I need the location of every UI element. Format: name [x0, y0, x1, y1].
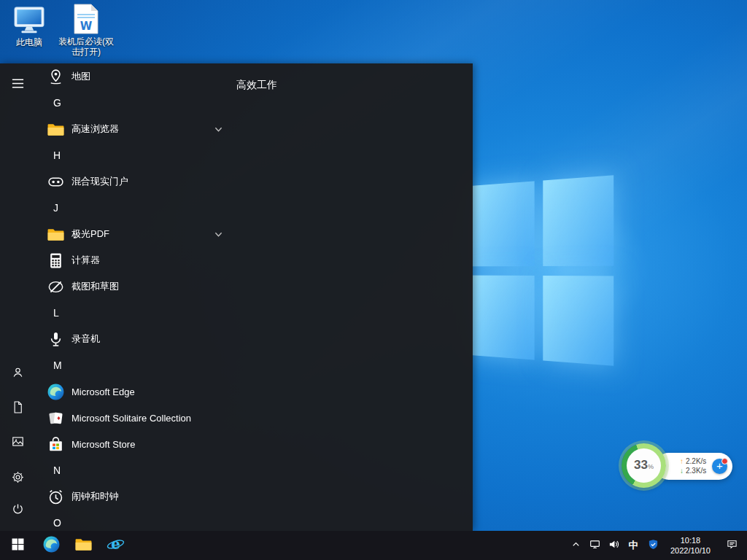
upload-speed-value: 2.2K/s	[686, 457, 706, 466]
app-section-header-N[interactable]: N	[35, 457, 231, 483]
speaker-icon	[608, 539, 619, 553]
pictures-icon	[11, 435, 25, 451]
windows-logo-pane	[471, 181, 534, 265]
start-pictures-button[interactable]	[0, 425, 35, 460]
start-app-microsoft-store[interactable]: Microsoft Store	[35, 431, 231, 457]
store-icon	[47, 435, 65, 454]
start-menu: 地图G高速浏览器H混合现实门户J极光PDF计算器截图和草图L录音机MMicros…	[0, 63, 473, 531]
taskbar: e 中 10:18 2022/10/10	[0, 531, 747, 560]
start-app-gaosu-browser[interactable]: 高速浏览器	[35, 116, 231, 142]
app-section-header-G[interactable]: G	[35, 90, 231, 116]
document-icon	[11, 400, 25, 417]
action-center-icon	[727, 539, 738, 553]
start-app-list: 地图G高速浏览器H混合现实门户J极光PDF计算器截图和草图L录音机MMicros…	[35, 63, 231, 531]
folder-icon	[74, 535, 93, 556]
windows-logo-pane	[471, 275, 534, 359]
svg-text:e: e	[111, 535, 120, 553]
memory-usage-ball[interactable]: 33 %	[622, 443, 666, 488]
start-app-maps[interactable]: 地图	[35, 63, 231, 90]
app-section-header-M[interactable]: M	[35, 352, 231, 378]
download-arrow-icon: ↓	[680, 467, 684, 475]
desktop-icon-readme[interactable]: W 装机后必读(双击打开)	[58, 4, 114, 57]
clock-date: 2022/10/10	[670, 545, 711, 556]
start-app-microsoft-edge[interactable]: Microsoft Edge	[35, 378, 231, 405]
taskbar-edge-button[interactable]	[35, 531, 67, 560]
download-speed-value: 2.3K/s	[686, 467, 706, 475]
desktop-icon-label: 装机后必读(双击打开)	[58, 36, 114, 57]
app-section-header-O[interactable]: O	[35, 510, 231, 531]
taskbar-clock[interactable]: 10:18 2022/10/10	[665, 535, 716, 556]
start-menu-expand-button[interactable]	[0, 67, 35, 102]
action-center-button[interactable]	[716, 531, 747, 560]
edge-icon	[47, 383, 65, 401]
app-label: 高速浏览器	[71, 122, 119, 136]
start-app-solitaire-collection[interactable]: Microsoft Solitaire Collection	[35, 405, 231, 431]
map-icon	[47, 68, 65, 86]
folder-icon	[47, 120, 65, 139]
start-user-button[interactable]	[0, 356, 35, 391]
app-label: 地图	[71, 70, 90, 83]
chevron-down-icon[interactable]	[214, 230, 223, 239]
start-app-alarms-clock[interactable]: 闹钟和时钟	[35, 483, 231, 510]
alarm-icon	[47, 488, 65, 506]
app-label: Microsoft Solitaire Collection	[71, 413, 191, 424]
power-icon	[11, 502, 25, 519]
clock-time: 10:18	[681, 535, 701, 545]
chevron-down-icon[interactable]	[214, 125, 223, 134]
desktop-icon-label: 此电脑	[16, 37, 42, 47]
start-documents-button[interactable]	[0, 391, 35, 426]
widget-add-button[interactable]: +	[712, 459, 727, 474]
app-label: Microsoft Edge	[71, 386, 135, 397]
start-settings-button[interactable]	[0, 461, 35, 496]
gear-icon	[11, 470, 25, 487]
start-app-snip-sketch[interactable]: 截图和草图	[35, 273, 231, 300]
start-power-button[interactable]	[0, 493, 35, 528]
tile-group-title[interactable]: 高效工作	[236, 79, 277, 92]
taskbar-file-explorer-button[interactable]	[67, 531, 99, 560]
hamburger-icon	[11, 77, 25, 93]
solitaire-icon	[47, 409, 65, 427]
start-app-calculator[interactable]: 计算器	[35, 247, 231, 273]
tray-show-hidden-icons[interactable]	[567, 531, 586, 560]
windows-logo-pane	[543, 175, 614, 265]
network-icon	[589, 539, 600, 553]
tray-network-button[interactable]	[586, 531, 605, 560]
app-section-header-H[interactable]: H	[35, 142, 231, 168]
this-pc-icon	[12, 6, 46, 35]
upload-arrow-icon: ↑	[680, 457, 684, 466]
microphone-icon	[47, 330, 65, 349]
edge-icon	[42, 535, 61, 556]
taskbar-ie-button[interactable]: e	[99, 531, 131, 560]
app-label: 混合现实门户	[71, 175, 128, 188]
chevron-up-icon	[570, 539, 581, 553]
start-app-voice-recorder[interactable]: 录音机	[35, 326, 231, 352]
start-button[interactable]	[0, 531, 35, 560]
memory-usage-value: 33 %	[627, 448, 661, 483]
internet-explorer-icon: e	[107, 535, 125, 556]
speed-widget: ↑ 2.2K/s ↓ 2.3K/s 33 % +	[622, 443, 746, 494]
app-label: 极光PDF	[71, 228, 109, 241]
app-section-header-J[interactable]: J	[35, 195, 231, 221]
app-label: Microsoft Store	[71, 439, 135, 450]
tray-input-method-button[interactable]: 中	[624, 531, 643, 560]
tray-security-button[interactable]	[643, 531, 665, 560]
start-app-mixed-reality-portal[interactable]: 混合现实门户	[35, 168, 231, 195]
system-tray: 中 10:18 2022/10/10	[567, 531, 747, 560]
document-icon: W	[74, 4, 98, 34]
windows-logo-pane	[543, 276, 614, 366]
start-app-jiguang-pdf[interactable]: 极光PDF	[35, 221, 231, 247]
folder-icon	[47, 225, 65, 244]
app-label: 计算器	[71, 254, 100, 267]
app-label: 录音机	[71, 332, 100, 346]
mixed-reality-icon	[47, 173, 65, 191]
app-label: 闹钟和时钟	[71, 490, 119, 503]
desktop-icon-this-pc[interactable]: 此电脑	[1, 6, 57, 47]
windows-logo	[471, 175, 614, 365]
app-label: 截图和草图	[71, 280, 119, 293]
app-section-header-L[interactable]: L	[35, 300, 231, 326]
svg-text:W: W	[80, 20, 93, 33]
tray-volume-button[interactable]	[605, 531, 624, 560]
user-icon	[11, 365, 25, 382]
snip-icon	[47, 278, 65, 296]
calculator-icon	[47, 252, 65, 270]
